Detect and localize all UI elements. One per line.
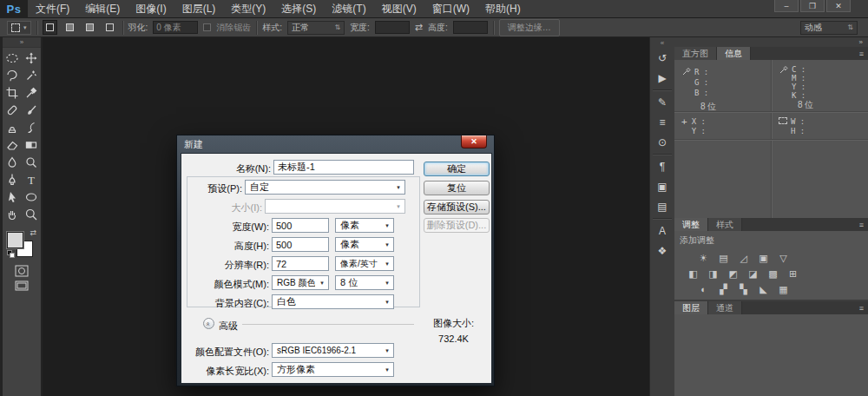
brush-tool[interactable] [22, 102, 41, 119]
shape-tool[interactable] [22, 188, 41, 206]
bit-depth-select[interactable]: 8 位 ▾ [335, 275, 394, 290]
magic-wand-tool[interactable] [22, 67, 41, 84]
move-tool[interactable] [22, 50, 41, 67]
dialog-close-button[interactable]: ✕ [461, 135, 487, 148]
hand-tool[interactable] [3, 206, 22, 223]
panel-menu-icon[interactable]: ≡ [859, 221, 868, 229]
exposure-icon[interactable]: ▣ [757, 252, 770, 264]
feather-input[interactable] [153, 21, 198, 34]
layer-comps-panel-icon[interactable]: ▣ [652, 176, 673, 196]
screen-mode-button[interactable] [15, 280, 29, 291]
vibrance-icon[interactable]: ▽ [777, 252, 790, 264]
refine-edge-button[interactable]: 调整边缘… [499, 19, 560, 36]
channel-mixer-icon[interactable]: ▩ [766, 267, 779, 280]
black-white-icon[interactable]: ◩ [727, 267, 740, 280]
intersect-selection-button[interactable] [102, 20, 117, 35]
height-input[interactable] [272, 237, 329, 252]
mini-bridge-panel-icon[interactable]: ❖ [652, 241, 673, 261]
levels-icon[interactable]: ▤ [717, 252, 730, 264]
width-input[interactable] [375, 21, 410, 34]
tools-collapse-icon[interactable]: » [3, 37, 41, 48]
height-unit-select[interactable]: 像素 ▾ [335, 237, 394, 252]
ok-button[interactable]: 确定 [424, 162, 490, 176]
brush-presets-panel-icon[interactable]: ≡ [652, 112, 673, 132]
tab-adjustments[interactable]: 调整 [674, 218, 708, 231]
width-input[interactable] [272, 218, 329, 233]
close-button[interactable]: ✕ [826, 0, 851, 12]
panel-menu-icon[interactable]: ≡ [859, 304, 868, 313]
quick-mask-button[interactable] [15, 265, 29, 277]
name-input[interactable] [273, 160, 414, 175]
zoom-tool[interactable] [22, 206, 41, 223]
color-lookup-icon[interactable]: ⊞ [786, 267, 799, 280]
paragraph-panel-icon[interactable]: ¶ [652, 156, 673, 176]
subtract-from-selection-button[interactable] [82, 20, 97, 35]
menu-edit[interactable]: 编辑(E) [77, 0, 128, 18]
blur-tool[interactable] [3, 154, 22, 171]
height-input[interactable] [453, 21, 488, 34]
foreground-color-swatch[interactable] [7, 232, 23, 248]
expand-strip-icon[interactable]: « [661, 37, 664, 48]
character-styles-panel-icon[interactable]: A [652, 221, 673, 241]
dodge-tool[interactable] [22, 154, 41, 171]
eyedropper-tool[interactable] [22, 84, 41, 102]
minimize-button[interactable]: – [774, 0, 799, 12]
gradient-tool[interactable] [22, 136, 41, 154]
resolution-input[interactable] [272, 256, 329, 271]
menu-image[interactable]: 图像(I) [128, 0, 174, 18]
pen-tool[interactable] [3, 171, 22, 188]
hue-saturation-icon[interactable]: ◧ [687, 267, 700, 280]
menu-file[interactable]: 文件(F) [28, 0, 77, 18]
brightness-contrast-icon[interactable]: ☀ [697, 252, 710, 264]
width-unit-select[interactable]: 像素 ▾ [335, 218, 394, 233]
tab-styles[interactable]: 样式 [708, 218, 742, 231]
restore-button[interactable]: ❐ [800, 0, 825, 12]
menu-window[interactable]: 窗口(W) [424, 0, 477, 18]
posterize-icon[interactable]: ▞ [717, 283, 730, 295]
clone-stamp-tool[interactable] [3, 119, 22, 136]
notes-panel-icon[interactable]: ▤ [652, 196, 673, 216]
tab-layers[interactable]: 图层 [674, 301, 708, 314]
gradient-map-icon[interactable]: ◣ [757, 283, 770, 295]
history-panel-icon[interactable]: ↺ [652, 48, 673, 68]
selective-color-icon[interactable]: ▦ [777, 283, 790, 295]
menu-filter[interactable]: 滤镜(T) [324, 0, 373, 18]
clone-source-panel-icon[interactable]: ⊙ [652, 132, 673, 152]
swap-dimensions-icon[interactable]: ⇄ [415, 22, 423, 33]
panel-menu-icon[interactable]: ≡ [859, 50, 868, 58]
lasso-tool[interactable] [3, 67, 22, 84]
brush-panel-icon[interactable]: ✎ [652, 92, 673, 112]
elliptical-marquee-tool[interactable] [3, 50, 22, 67]
actions-panel-icon[interactable]: ▶ [652, 68, 673, 88]
default-colors-icon[interactable] [7, 250, 15, 258]
history-brush-tool[interactable] [22, 119, 41, 136]
eraser-tool[interactable] [3, 136, 22, 154]
tab-histogram[interactable]: 直方图 [674, 47, 717, 60]
resolution-unit-select[interactable]: 像素/英寸 ▾ [335, 256, 394, 271]
reset-button[interactable]: 复位 [424, 181, 490, 195]
swap-colors-icon[interactable]: ⇄ [30, 228, 36, 237]
color-profile-select[interactable]: sRGB IEC61966-2.1 ▾ [272, 343, 394, 358]
invert-icon[interactable]: ◐ [697, 283, 710, 295]
menu-help[interactable]: 帮助(H) [477, 0, 529, 18]
tab-channels[interactable]: 通道 [708, 301, 742, 314]
collapse-panels-icon[interactable]: » [674, 37, 868, 47]
menu-layer[interactable]: 图层(L) [174, 0, 224, 18]
path-selection-tool[interactable] [3, 188, 22, 206]
photo-filter-icon[interactable]: ◪ [746, 267, 760, 280]
background-select[interactable]: 白色 ▾ [272, 294, 394, 309]
type-tool[interactable]: T [22, 171, 41, 188]
crop-tool[interactable] [3, 84, 22, 102]
tool-preset-picker[interactable]: ▾ [7, 21, 31, 35]
advanced-toggle-button[interactable]: » [203, 318, 214, 329]
menu-select[interactable]: 选择(S) [273, 0, 324, 18]
menu-type[interactable]: 类型(Y) [223, 0, 273, 18]
workspace-select[interactable]: 动感 ⇅ [800, 21, 858, 35]
color-mode-select[interactable]: RGB 颜色 ▾ [272, 275, 329, 290]
antialias-checkbox[interactable] [203, 23, 211, 31]
menu-view[interactable]: 视图(V) [374, 0, 424, 18]
tab-info[interactable]: 信息 [717, 47, 751, 60]
color-balance-icon[interactable]: ◨ [707, 267, 720, 280]
pixel-aspect-select[interactable]: 方形像素 ▾ [272, 362, 394, 377]
new-selection-button[interactable] [43, 20, 57, 35]
